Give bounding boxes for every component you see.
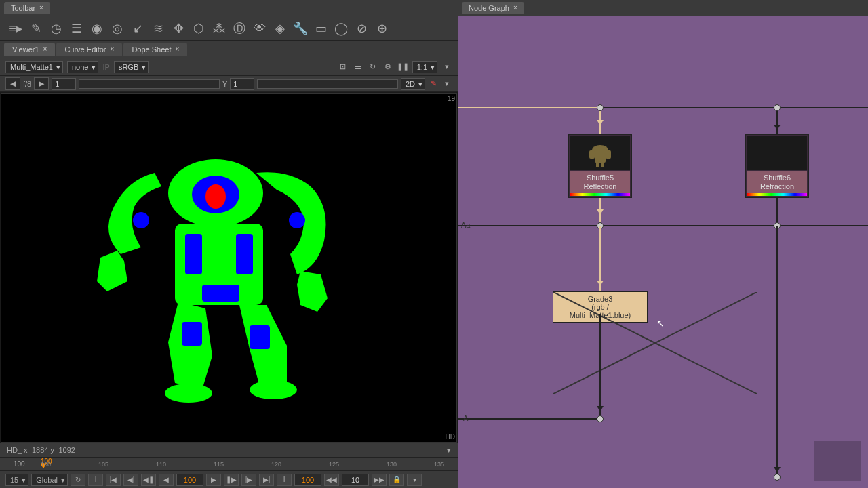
svg-rect-5: [185, 234, 202, 274]
x-ruler[interactable]: [79, 79, 220, 89]
close-icon[interactable]: ×: [43, 45, 47, 53]
dope-sheet-tab[interactable]: Dope Sheet ×: [123, 43, 187, 56]
shuffle6-node[interactable]: Shuffle6 Refraction: [745, 134, 809, 198]
pause-icon[interactable]: ❚❚: [397, 62, 408, 73]
loop-button[interactable]: ↻: [71, 474, 85, 486]
nodegraph-tab-bar: Node Graph ×: [458, 0, 868, 16]
connection-dot[interactable]: [774, 104, 781, 111]
channel-dropdown[interactable]: Multi_Matte1: [5, 61, 63, 73]
viewer-content: [60, 132, 399, 403]
in-frame-input[interactable]: [294, 474, 321, 486]
connection-dot[interactable]: [597, 104, 604, 111]
corner-number: 19: [448, 95, 455, 102]
colorspace-dropdown[interactable]: sRGB: [114, 61, 149, 73]
refresh-icon[interactable]: ↻: [368, 62, 378, 73]
d-icon[interactable]: Ⓓ: [232, 21, 247, 36]
lock-button[interactable]: 🔒: [389, 474, 404, 486]
frame-controls: ◀ f/8 ▶ Y 2D ✎ ▾: [0, 76, 458, 92]
wire: [458, 225, 868, 226]
eye-icon[interactable]: 👁: [252, 21, 267, 36]
step-input[interactable]: [342, 474, 369, 486]
particles-icon[interactable]: ⁂: [212, 21, 226, 36]
current-frame-input[interactable]: [176, 474, 203, 486]
cube-icon[interactable]: ⬡: [191, 21, 206, 36]
nodegraph-tab[interactable]: Node Graph ×: [462, 2, 524, 14]
pen-icon[interactable]: ✎: [428, 79, 439, 89]
arrow-icon: [597, 120, 604, 125]
close-icon[interactable]: ×: [175, 45, 179, 53]
node-graph-canvas[interactable]: Shuffle5 Reflection Shuffle6 Refraction …: [458, 16, 868, 488]
y-ruler[interactable]: [257, 79, 398, 89]
svg-rect-14: [595, 153, 606, 163]
sphere-icon[interactable]: ◉: [90, 21, 104, 36]
prev-inc-button[interactable]: ◀◀: [324, 474, 339, 486]
wire: [776, 198, 778, 225]
layers-icon[interactable]: ≋: [151, 21, 165, 36]
tag-icon[interactable]: ◈: [273, 21, 288, 36]
check-icon[interactable]: ⊘: [354, 21, 369, 36]
clock-icon[interactable]: ◷: [49, 21, 64, 36]
hd-label: HD: [446, 433, 455, 441]
prev-key-button[interactable]: ◀|: [123, 474, 138, 486]
chevron-down-icon[interactable]: ▾: [441, 62, 452, 73]
svg-rect-18: [601, 161, 604, 167]
frame-label: f/8: [23, 80, 31, 88]
toolbar-tab[interactable]: Toolbar ×: [4, 2, 50, 14]
close-icon[interactable]: ×: [513, 4, 517, 12]
step-back-button[interactable]: ◀❚: [141, 474, 156, 486]
toolbar-tab-bar: Toolbar ×: [0, 0, 458, 16]
first-frame-button[interactable]: |◀: [106, 474, 121, 486]
list-icon[interactable]: ☰: [353, 62, 363, 73]
gear-icon[interactable]: ⚙: [382, 62, 393, 73]
view-mode-dropdown[interactable]: 2D: [401, 78, 425, 90]
timeline[interactable]: 100 100 100 105 110 115 120 125 130 135: [0, 457, 458, 470]
folder-icon[interactable]: ▭: [313, 21, 328, 36]
lines-icon[interactable]: ☰: [69, 21, 84, 36]
playback-mode-dropdown[interactable]: Global: [31, 474, 68, 486]
edit-icon[interactable]: ↙: [130, 21, 145, 36]
shuffle5-node[interactable]: Shuffle5 Reflection: [568, 134, 632, 198]
circles-icon[interactable]: ◎: [110, 21, 125, 36]
y-input[interactable]: [230, 78, 254, 90]
mark-in-button[interactable]: I: [88, 474, 103, 486]
next-inc-button[interactable]: ▶▶: [372, 474, 387, 486]
play-back-button[interactable]: ◀: [159, 474, 174, 486]
zoom-dropdown[interactable]: 1:1: [412, 61, 437, 73]
viewer-tab[interactable]: Viewer1 ×: [4, 43, 55, 56]
curve-editor-tab[interactable]: Curve Editor ×: [56, 43, 122, 56]
frame-input[interactable]: [52, 78, 76, 90]
svg-point-2: [165, 384, 212, 403]
screen-icon[interactable]: ⊡: [338, 62, 349, 73]
chevron-down-icon[interactable]: ▾: [407, 474, 422, 486]
chevron-down-icon[interactable]: ▾: [447, 446, 451, 455]
connection-dot[interactable]: [597, 415, 604, 422]
svg-point-10: [133, 212, 149, 228]
next-key-button[interactable]: |▶: [241, 474, 256, 486]
prev-frame-button[interactable]: ◀: [5, 77, 20, 90]
viewer-canvas[interactable]: 19 HD: [1, 93, 457, 443]
wire: [599, 314, 601, 420]
last-frame-button[interactable]: ▶|: [259, 474, 274, 486]
mark-out-button[interactable]: I: [277, 474, 292, 486]
close-icon[interactable]: ×: [111, 45, 115, 53]
playback-controls: 15 Global ↻ I |◀ ◀| ◀❚ ◀ ▶ ❚▶ |▶ ▶| I ◀◀…: [0, 470, 458, 488]
fps-dropdown[interactable]: 15: [5, 474, 28, 486]
minimap[interactable]: [814, 441, 861, 481]
chevron-down-icon[interactable]: ▾: [441, 79, 452, 89]
globe-icon[interactable]: ⊕: [374, 21, 389, 36]
next-frame-button[interactable]: ▶: [34, 77, 49, 90]
menu-icon[interactable]: ≡▸: [8, 21, 23, 36]
play-button[interactable]: ▶: [206, 474, 221, 486]
wrench-icon[interactable]: 🔧: [293, 21, 308, 36]
tab-label: Node Graph: [469, 4, 509, 12]
flame-icon[interactable]: ◯: [334, 21, 349, 36]
layer-dropdown[interactable]: none: [67, 61, 98, 73]
node-colorbar: [570, 193, 630, 196]
move-icon[interactable]: ✥: [171, 21, 186, 36]
svg-point-3: [250, 380, 297, 399]
cursor-icon: ↖: [656, 318, 665, 329]
brush-icon[interactable]: ✎: [28, 21, 43, 36]
connection-dot[interactable]: [774, 474, 781, 481]
close-icon[interactable]: ×: [39, 4, 43, 12]
step-forward-button[interactable]: ❚▶: [224, 474, 239, 486]
